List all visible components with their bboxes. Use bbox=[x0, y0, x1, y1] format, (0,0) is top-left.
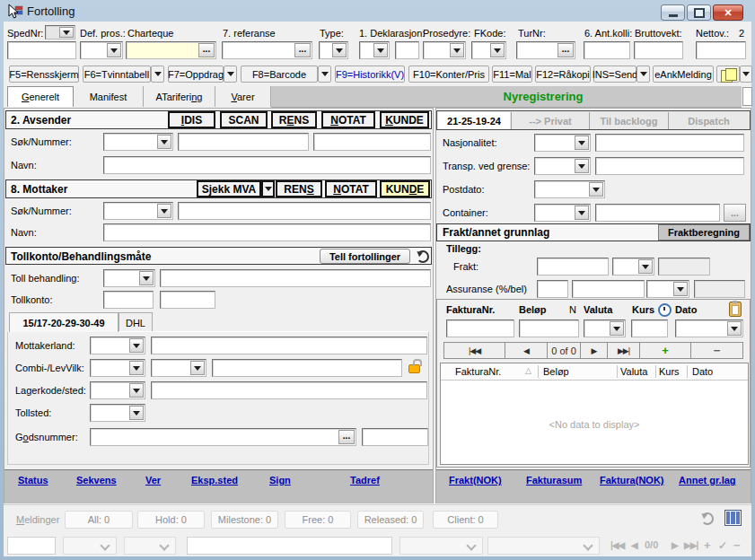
grid-col-belop[interactable]: Beløp bbox=[543, 366, 569, 377]
counter-hold[interactable]: Hold: 0 bbox=[137, 511, 205, 529]
refresh-icon[interactable] bbox=[701, 512, 714, 525]
f8-dropdown[interactable] bbox=[318, 66, 331, 83]
ver-link[interactable]: Ver bbox=[145, 475, 161, 486]
container-ellipsis-button[interactable]: ... bbox=[724, 204, 746, 222]
kurs-input[interactable] bbox=[631, 319, 668, 337]
antkolli-input[interactable] bbox=[584, 41, 630, 59]
f11-button[interactable]: F11=Mal bbox=[492, 66, 532, 83]
eksp-sted-link[interactable]: Eksp.sted bbox=[191, 475, 238, 486]
sign-link[interactable]: Sign bbox=[269, 475, 291, 486]
mottaker-navn-input[interactable] bbox=[103, 223, 431, 241]
valuta-dropdown[interactable] bbox=[584, 319, 626, 337]
nav-first-button[interactable]: |◀◀ bbox=[610, 540, 624, 550]
tab-generelt[interactable]: Generelt bbox=[7, 86, 74, 107]
nav-prev-button[interactable]: ◀ bbox=[505, 343, 548, 358]
frakt-valuta-dropdown[interactable] bbox=[612, 258, 654, 276]
refresh-icon[interactable] bbox=[417, 250, 429, 263]
transp-grense-dropdown[interactable] bbox=[534, 157, 591, 175]
tab-dhl[interactable]: DHL bbox=[119, 312, 153, 332]
f12-button[interactable]: F12=Råkopi bbox=[535, 66, 591, 83]
nav-last-button[interactable]: ▶▶| bbox=[684, 540, 698, 550]
f10-button[interactable]: F10=Konter/Pris bbox=[408, 66, 489, 83]
combi-dropdown-2[interactable] bbox=[151, 359, 206, 377]
delete-button[interactable]: − bbox=[733, 538, 741, 552]
combi-dropdown-1[interactable] bbox=[90, 359, 145, 377]
eankmelding-button[interactable]: eAnkMelding bbox=[653, 66, 714, 83]
mottaker-sok-dropdown[interactable] bbox=[103, 202, 173, 220]
status-link[interactable]: Status bbox=[18, 475, 48, 486]
mottaker-kunde-button[interactable]: KUNDE bbox=[380, 180, 430, 197]
maximize-button[interactable] bbox=[687, 4, 711, 21]
til-backlogg-button[interactable]: Til backlogg bbox=[589, 112, 668, 129]
counter-all[interactable]: All: 0 bbox=[65, 511, 133, 529]
counter-released[interactable]: Released: 0 bbox=[357, 511, 424, 529]
tab-atarifering[interactable]: ATarifering bbox=[144, 86, 215, 107]
dato-dropdown[interactable] bbox=[675, 319, 743, 337]
melding-dropdown-3[interactable] bbox=[399, 537, 483, 555]
nav-last-button[interactable]: ▶▶| bbox=[608, 343, 640, 358]
grid-col-dato[interactable]: Dato bbox=[692, 366, 713, 377]
bruttovekt-input[interactable] bbox=[634, 41, 683, 59]
fkode-dropdown[interactable] bbox=[471, 41, 506, 59]
container-dropdown[interactable] bbox=[534, 204, 591, 222]
dispatch-button[interactable]: Dispatch bbox=[668, 112, 749, 129]
post-edit-button[interactable]: ✓ bbox=[718, 539, 727, 552]
avsender-sok-dropdown[interactable] bbox=[103, 133, 173, 151]
tollsted-dropdown[interactable] bbox=[90, 404, 145, 422]
nettov-input[interactable] bbox=[696, 41, 746, 59]
sjekk-mva-button[interactable]: Sjekk MVA bbox=[197, 180, 261, 197]
faktura-nok-link[interactable]: Faktura(NOK) bbox=[600, 475, 664, 486]
godsnummer-input[interactable]: ... bbox=[90, 428, 356, 446]
assuranse-belop-input[interactable] bbox=[572, 280, 645, 298]
deklarasjon-input[interactable] bbox=[395, 41, 419, 59]
copy-documents-button[interactable] bbox=[716, 66, 740, 83]
frakt-input[interactable] bbox=[537, 258, 609, 276]
tab-manifest[interactable]: Manifest bbox=[74, 86, 144, 107]
counter-free[interactable]: Free: 0 bbox=[285, 511, 351, 529]
copy-documents-dropdown[interactable] bbox=[740, 66, 752, 83]
charteque-input[interactable]: ... bbox=[126, 41, 216, 59]
tab-varer[interactable]: Varer bbox=[215, 86, 271, 107]
minimize-button[interactable] bbox=[661, 4, 685, 21]
nav-next-button[interactable]: ▶ bbox=[672, 540, 678, 550]
fakturasum-link[interactable]: Fakturasum bbox=[526, 475, 582, 486]
assuranse-prosent-input[interactable] bbox=[537, 280, 568, 298]
fraktberegning-button[interactable]: Fraktberegning bbox=[658, 224, 750, 241]
counter-milestone[interactable]: Milestone: 0 bbox=[211, 511, 278, 529]
ellipsis-icon[interactable]: ... bbox=[294, 43, 311, 57]
unlock-icon[interactable] bbox=[408, 364, 420, 373]
add-button[interactable]: + bbox=[704, 538, 711, 552]
tab-rubrikker[interactable]: 15/17-20-29-30-49 bbox=[9, 312, 119, 332]
tell-fortollinger-button[interactable]: Tell fortollinger bbox=[320, 249, 410, 264]
mottaker-rens-button[interactable]: RENS bbox=[276, 180, 322, 197]
godsnummer-input-2[interactable] bbox=[362, 428, 428, 446]
melding-dropdown-1[interactable] bbox=[63, 537, 117, 555]
type-dropdown[interactable] bbox=[319, 41, 348, 59]
toll-behandling-dropdown[interactable] bbox=[103, 269, 155, 287]
delete-row-button[interactable]: − bbox=[691, 343, 742, 358]
nav-prev-button[interactable]: ◀ bbox=[631, 540, 637, 550]
avsender-nummer2-input[interactable] bbox=[313, 133, 431, 151]
lagerkode-dropdown[interactable] bbox=[90, 381, 145, 399]
ellipsis-icon[interactable]: ... bbox=[198, 43, 215, 57]
f9-button[interactable]: F9=Historikk(V) bbox=[335, 66, 405, 83]
f6-button[interactable]: F6=Tvinntabell bbox=[83, 66, 151, 83]
container-input[interactable] bbox=[595, 204, 720, 222]
avsender-navn-input[interactable] bbox=[103, 156, 431, 174]
combi-input[interactable] bbox=[212, 359, 402, 377]
privat-button[interactable]: --> Privat bbox=[511, 112, 589, 129]
tollkonto-input-2[interactable] bbox=[160, 291, 215, 309]
grid-col-fakturanr[interactable]: FakturaNr. bbox=[455, 366, 501, 377]
sekvens-link[interactable]: Sekvens bbox=[76, 475, 117, 486]
avsender-nummer-input[interactable] bbox=[178, 133, 309, 151]
nasjonalitet-dropdown[interactable] bbox=[534, 134, 591, 152]
clipboard-icon[interactable] bbox=[729, 302, 742, 317]
avsender-kunde-button[interactable]: KUNDE bbox=[380, 111, 429, 128]
mottakerland-dropdown[interactable] bbox=[90, 337, 145, 354]
nasjonalitet-input[interactable] bbox=[595, 134, 744, 152]
mottakerland-input[interactable] bbox=[151, 337, 427, 354]
belop-input[interactable] bbox=[519, 319, 579, 337]
close-button[interactable]: ✕ bbox=[713, 4, 743, 21]
toll-behandling-input[interactable] bbox=[160, 269, 431, 287]
ellipsis-icon[interactable]: ... bbox=[557, 43, 574, 57]
